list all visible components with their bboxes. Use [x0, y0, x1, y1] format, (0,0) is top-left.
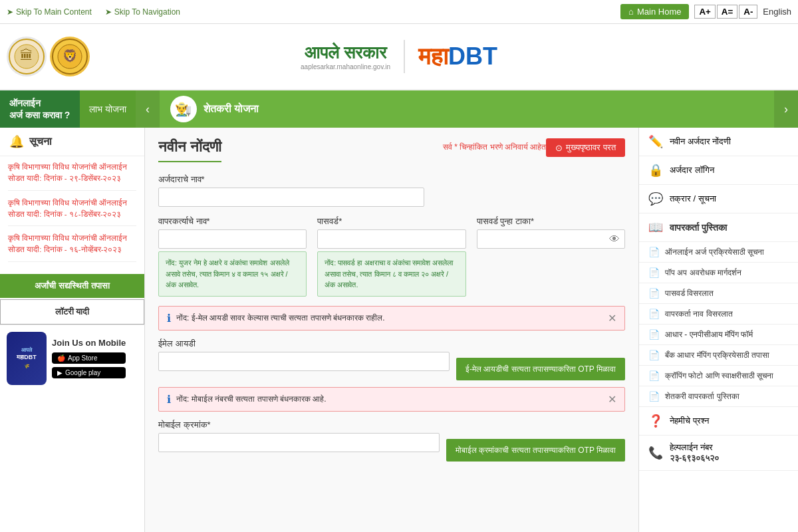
mobile-group: मोबाईल क्रमांक* — [158, 420, 440, 452]
pdf-icon: 📄 — [648, 267, 660, 278]
back-to-home-button[interactable]: ⊙ मुख्यपृष्ठावर परत — [546, 138, 625, 157]
track-application-button[interactable]: अर्जांची सद्यस्थिती तपासा — [0, 274, 144, 298]
nav-bar: ऑनलाईन अर्ज कसा करावा ? लाभ योजना ‹ 👨‍🌾 … — [0, 90, 798, 128]
skip-nav-link[interactable]: ➤ Skip To Navigation — [105, 7, 180, 17]
faq-item[interactable]: ❓ नेहमीचे प्रश्न — [639, 407, 798, 436]
scheme-icon: 👨‍🌾 — [170, 96, 197, 122]
email-otp-row: ईमेल आयडी ई-मेल आयडीची सत्यता तपासण्याकर… — [158, 338, 625, 380]
required-note: सर्व * चिन्हांकित भरणे अनिवार्य आहेत — [443, 142, 546, 152]
pdf-icon: 📄 — [648, 309, 660, 319]
skip-main-link[interactable]: ➤ Skip To Main Content — [7, 7, 92, 17]
main-home-button[interactable]: ⌂ Main Home — [620, 4, 689, 19]
language-selector[interactable]: English — [763, 7, 791, 17]
doc-item-0[interactable]: 📄 ऑनलाईन अर्ज प्रक्रियेसाठी सूचना — [639, 242, 798, 263]
mobile-label: मोबाईल क्रमांक* — [158, 420, 440, 430]
notice-item: कृषि विभागाच्या विविध योजनांची ऑनलाईन सो… — [8, 233, 136, 262]
doc-item-1[interactable]: 📄 पॉप अप अवरोधक मार्गदर्शन — [639, 263, 798, 283]
header: 🏛 🦁 आपले सरकार aaplesarkar.mahaonline.go… — [0, 24, 798, 90]
username-input[interactable] — [158, 229, 307, 249]
email-input[interactable] — [158, 352, 450, 371]
pdf-icon: 📄 — [648, 350, 660, 360]
confirm-password-input[interactable] — [477, 229, 625, 249]
skip-links: ➤ Skip To Main Content ➤ Skip To Navigat… — [7, 7, 180, 17]
email-otp-button[interactable]: ई-मेल आयडीची सत्यता तपासण्याकरिता OTP मि… — [456, 358, 625, 380]
nav-prev-button[interactable]: ‹ — [136, 90, 160, 128]
svg-text:🦁: 🦁 — [63, 49, 78, 63]
user-manual-header: 📖 वापरकर्ता पुस्तिका — [639, 213, 798, 242]
pdf-icon: 📄 — [648, 370, 660, 381]
top-bar: ➤ Skip To Main Content ➤ Skip To Navigat… — [0, 0, 798, 24]
bell-icon: 🔔 — [9, 134, 24, 149]
doc-item-6[interactable]: 📄 क्रॉपिंग फोटो आणि स्वाक्षरीसाठी सूचना — [639, 366, 798, 386]
doc-item-2[interactable]: 📄 पासवर्ड विसरलात — [639, 283, 798, 304]
doc-item-4[interactable]: 📄 आधार - एनपीसीआय मॅपिंग फॉर्म — [639, 325, 798, 345]
faq-icon: ❓ — [648, 414, 663, 428]
font-decrease-button[interactable]: A- — [739, 5, 757, 19]
new-registration-item[interactable]: ✏️ नवीन अर्जदार नोंदणी — [639, 128, 798, 156]
brand-area: आपले सरकार aaplesarkar.mahaonline.gov.in… — [301, 40, 497, 73]
font-normal-button[interactable]: A= — [717, 5, 737, 19]
nav-next-button[interactable]: › — [774, 90, 798, 128]
phone-icon: 📞 — [648, 446, 663, 460]
mobile-alert-box: ℹ नोंद: मोबाईल नंबरची सत्यता तपासणे बंधन… — [158, 387, 625, 412]
ashoka-emblem: 🏛 — [9, 39, 45, 75]
comment-icon: 💬 — [648, 192, 663, 206]
email-group: ईमेल आयडी — [158, 338, 450, 371]
faq-label: नेहमीचे प्रश्न — [670, 416, 709, 426]
google-play-button[interactable]: ▶ Google play — [52, 367, 126, 378]
doc-item-3[interactable]: 📄 वापरकर्ता नाव विसरलात — [639, 304, 798, 325]
maha-dbt-logo: महा DBT — [418, 43, 497, 70]
doc-item-5[interactable]: 📄 बँक आधार मॅपिंग प्रक्रियेसाठी तपासा — [639, 345, 798, 366]
notice-item: कृषि विभागाच्या विविध योजनांची ऑनलाईन सो… — [8, 162, 136, 191]
font-increase-button[interactable]: A+ — [694, 5, 715, 19]
pdf-icon: 📄 — [648, 329, 660, 340]
username-group: वापरकर्त्याचे नाव* नोंद: युजर नेम हे अक्… — [158, 216, 307, 297]
left-sidebar: 🔔 सूचना कृषि विभागाच्या विविध योजनांची ऑ… — [0, 128, 145, 532]
info-icon2: ℹ — [167, 393, 171, 406]
state-emblem: 🦁 — [52, 39, 88, 75]
lottery-list-button[interactable]: लॉटरी यादी — [0, 299, 144, 325]
navigation-icon2: ➤ — [105, 7, 112, 17]
brand-separator — [404, 40, 405, 73]
home-icon: ⊙ — [555, 143, 563, 153]
laam-yojana-tab[interactable]: लाभ योजना — [80, 90, 136, 128]
confirm-password-label: पासवर्ड पुन्हा टाका* — [477, 216, 625, 227]
mobile-otp-button[interactable]: मोबाईल क्रमांकाची सत्यता तपासण्याकरिता O… — [446, 439, 625, 462]
applicant-name-group: अर्जदाराचे नाव* — [158, 174, 625, 207]
notice-item: कृषि विभागाच्या विविध योजनांची ऑनलाईन सो… — [8, 198, 136, 227]
edit-icon: ✏️ — [648, 134, 663, 149]
font-size-controls: A+ A= A- — [694, 5, 757, 19]
pdf-icon: 📄 — [648, 288, 660, 299]
app-store-button[interactable]: 🍎 App Store — [52, 352, 126, 364]
aapale-sarkar-logo: आपले सरकार aaplesarkar.mahaonline.gov.in — [301, 43, 390, 70]
close-mobile-alert-button[interactable]: ✕ — [608, 393, 616, 406]
header-logos: 🏛 🦁 — [7, 37, 90, 76]
phone-mockup: आपले महाDBT 🌾 — [7, 332, 47, 385]
mobile-input[interactable] — [158, 433, 440, 452]
username-label: वापरकर्त्याचे नाव* — [158, 216, 307, 227]
scheme-name-display: 👨‍🌾 शेतकरी योजना — [160, 90, 774, 128]
pdf-icon: 📄 — [648, 391, 660, 402]
apple-icon: 🍎 — [57, 354, 65, 362]
government-logo-2: 🦁 — [50, 37, 90, 76]
password-label: पासवर्ड* — [317, 216, 466, 227]
google-play-icon: ▶ — [57, 369, 63, 376]
login-item[interactable]: 🔒 अर्जदार लॉगिन — [639, 156, 798, 185]
credentials-row: वापरकर्त्याचे नाव* नोंद: युजर नेम हे अक्… — [158, 216, 625, 306]
helpline-item: 📞 हेल्पलाईन नंबर २३-६९३०६५२० — [639, 436, 798, 471]
complaint-item[interactable]: 💬 तक्रार / सूचना — [639, 185, 798, 213]
doc-item-7[interactable]: 📄 शेतकरी वापरकर्ता पुस्तिका — [639, 386, 798, 407]
complaint-label: तक्रार / सूचना — [670, 194, 716, 204]
toggle-password-icon[interactable]: 👁 — [609, 233, 620, 245]
content-area: ⊙ मुख्यपृष्ठावर परत नवीन नोंदणी सर्व * च… — [145, 128, 638, 532]
mobile-app-section: आपले महाDBT 🌾 Join Us on Mobile 🍎 App St… — [0, 325, 144, 392]
applicant-name-input[interactable] — [158, 188, 424, 207]
password-group: पासवर्ड* नोंद: पासवर्ड हा अक्षराचा व अंक… — [317, 216, 466, 297]
password-input[interactable] — [317, 229, 466, 249]
confirm-password-wrapper: 👁 — [477, 229, 625, 249]
username-hint: नोंद: युजर नेम हे अक्षरे व अंकांचा समावे… — [158, 251, 307, 297]
close-email-alert-button[interactable]: ✕ — [608, 312, 616, 325]
mobile-app-inner: आपले महाDBT 🌾 Join Us on Mobile 🍎 App St… — [7, 332, 138, 385]
email-label: ईमेल आयडी — [158, 338, 450, 349]
online-apply-label: ऑनलाईन अर्ज कसा करावा ? — [0, 90, 80, 128]
